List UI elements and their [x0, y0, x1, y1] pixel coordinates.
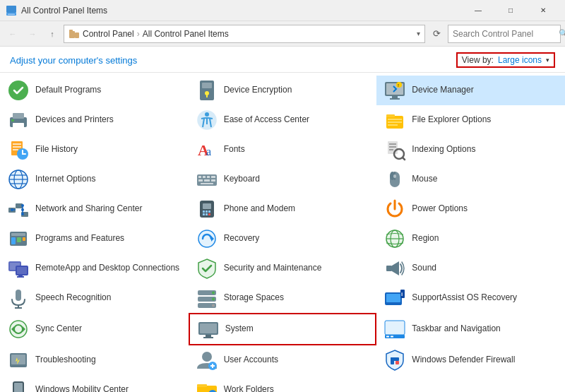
item-user-accounts[interactable]: User Accounts	[189, 345, 377, 375]
item-work-folders[interactable]: Work Folders	[189, 375, 377, 392]
view-by-label: View by:	[462, 55, 494, 65]
file-history-label: File History	[35, 144, 78, 155]
svg-rect-25	[388, 119, 402, 120]
region-label: Region	[412, 233, 439, 244]
svg-rect-18	[13, 113, 24, 119]
item-devices-printers[interactable]: Devices and Printers	[0, 105, 189, 135]
system-icon	[197, 318, 220, 340]
item-internet-options[interactable]: Internet Options	[0, 165, 189, 194]
svg-rect-53	[211, 179, 215, 182]
item-device-encryption[interactable]: Device Encryption	[189, 76, 377, 105]
user-accounts-label: User Accounts	[224, 355, 278, 366]
item-file-history[interactable]: File History	[0, 135, 189, 165]
svg-rect-30	[13, 146, 21, 148]
programs-features-icon	[7, 227, 30, 250]
item-troubleshooting[interactable]: Troubleshooting	[0, 345, 189, 375]
search-box[interactable]: 🔍	[448, 25, 561, 43]
item-sync-center[interactable]: Sync Center	[0, 313, 189, 345]
view-by-value[interactable]: Large icons	[498, 55, 542, 65]
recovery-label: Recovery	[224, 233, 260, 244]
speech-recognition-label: Speech Recognition	[35, 292, 111, 304]
svg-rect-75	[206, 213, 208, 215]
svg-rect-120	[11, 355, 25, 364]
svg-rect-10	[206, 95, 208, 97]
svg-rect-13	[392, 96, 398, 98]
back-button[interactable]: ←	[4, 25, 21, 42]
svg-rect-112	[200, 323, 217, 333]
view-dropdown-arrow[interactable]: ▾	[546, 57, 549, 64]
svg-marker-94	[392, 261, 399, 275]
svg-rect-91	[18, 274, 23, 276]
refresh-button[interactable]: ⟳	[428, 25, 445, 42]
up-button[interactable]: ↑	[44, 25, 61, 42]
breadcrumb-controlpanel[interactable]: Control Panel	[83, 29, 134, 39]
svg-text:i: i	[401, 291, 403, 297]
item-remoteapp[interactable]: RemoteApp and Desktop Connections	[0, 254, 189, 283]
item-indexing[interactable]: Indexing Options	[376, 135, 565, 165]
item-fonts[interactable]: Aa Fonts	[189, 135, 377, 165]
windows-mobility-icon	[7, 379, 30, 392]
svg-point-67	[21, 213, 24, 215]
security-maintenance-icon	[196, 257, 218, 280]
breadcrumb-allitems[interactable]: All Control Panel Items	[143, 29, 229, 39]
recovery-icon	[196, 227, 218, 250]
svg-rect-80	[17, 237, 21, 242]
svg-rect-127	[396, 361, 399, 364]
search-input[interactable]	[453, 29, 559, 39]
item-programs-features[interactable]: Programs and Features	[0, 224, 189, 254]
item-device-manager[interactable]: ! Device Manager	[376, 76, 565, 105]
item-storage-spaces[interactable]: Storage Spaces	[189, 283, 377, 313]
maximize-button[interactable]: □	[494, 0, 527, 21]
item-ease-of-access[interactable]: Ease of Access Center	[189, 105, 377, 135]
address-dropdown-arrow[interactable]: ▾	[417, 30, 420, 37]
internet-options-label: Internet Options	[35, 174, 95, 185]
item-supportassist[interactable]: i SupportAssist OS Recovery	[376, 283, 565, 313]
taskbar-icon	[383, 318, 406, 340]
svg-rect-0	[6, 6, 16, 13]
item-speech-recognition[interactable]: Speech Recognition	[0, 283, 189, 313]
svg-rect-95	[16, 290, 21, 301]
item-windows-mobility[interactable]: Windows Mobility Center	[0, 375, 189, 392]
svg-text:a: a	[206, 145, 211, 158]
work-folders-icon	[196, 379, 218, 392]
item-windows-defender[interactable]: Windows Defender Firewall	[376, 345, 565, 375]
item-region[interactable]: Region	[376, 224, 565, 254]
close-button[interactable]: ✕	[527, 0, 559, 21]
svg-point-101	[212, 298, 215, 301]
svg-rect-38	[389, 149, 393, 150]
system-label: System	[225, 323, 254, 335]
keyboard-label: Keyboard	[224, 174, 260, 185]
taskbar-label: Taskbar and Navigation	[412, 323, 500, 335]
devices-printers-icon	[7, 109, 30, 131]
indexing-label: Indexing Options	[412, 144, 475, 155]
item-keyboard[interactable]: Keyboard	[189, 165, 377, 194]
item-recovery[interactable]: Recovery	[189, 224, 377, 254]
svg-rect-117	[386, 336, 389, 338]
item-power-options[interactable]: Power Options	[376, 194, 565, 224]
item-phone-modem[interactable]: Phone and Modem	[189, 194, 377, 224]
phone-modem-label: Phone and Modem	[224, 203, 295, 215]
address-box[interactable]: Control Panel › All Control Panel Items …	[64, 25, 425, 43]
fonts-icon: Aa	[196, 138, 218, 161]
item-system[interactable]: System	[189, 313, 377, 345]
item-default-programs[interactable]: Default Programs	[0, 76, 189, 105]
svg-rect-24	[386, 114, 395, 117]
svg-rect-115	[385, 321, 405, 335]
network-sharing-label: Network and Sharing Center	[35, 203, 142, 215]
svg-point-68	[21, 208, 24, 211]
view-by-area[interactable]: View by: Large icons ▾	[456, 52, 555, 68]
device-encryption-label: Device Encryption	[224, 85, 292, 96]
svg-rect-70	[203, 203, 211, 209]
item-security-maintenance[interactable]: Security and Maintenance	[189, 254, 377, 283]
item-taskbar[interactable]: Taskbar and Navigation	[376, 313, 565, 345]
item-file-explorer[interactable]: File Explorer Options	[376, 105, 565, 135]
minimize-button[interactable]: —	[462, 0, 494, 21]
svg-rect-58	[393, 174, 396, 178]
svg-rect-29	[13, 143, 21, 145]
titlebar-title: All Control Panel Items	[21, 6, 462, 16]
item-network-sharing[interactable]: Network and Sharing Center	[0, 194, 189, 224]
item-mouse[interactable]: Mouse	[376, 165, 565, 194]
troubleshooting-icon	[7, 349, 30, 372]
item-sound[interactable]: Sound	[376, 254, 565, 283]
forward-button[interactable]: →	[24, 25, 41, 42]
